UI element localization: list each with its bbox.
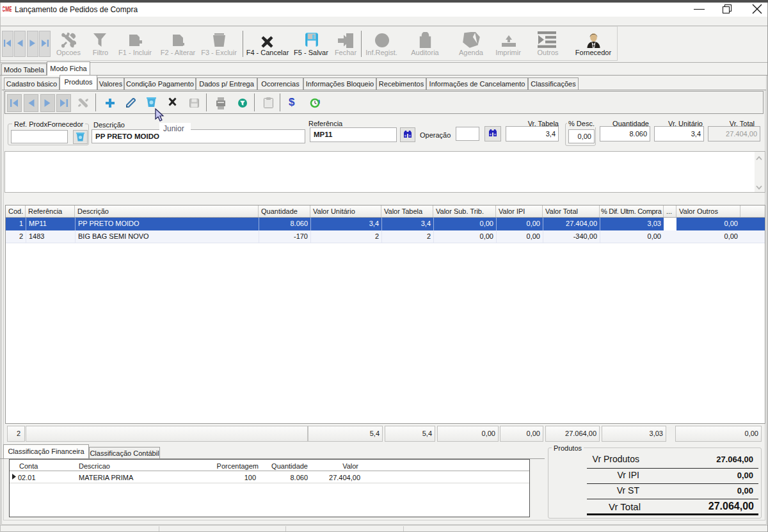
svg-text:CME: CME xyxy=(3,6,12,13)
